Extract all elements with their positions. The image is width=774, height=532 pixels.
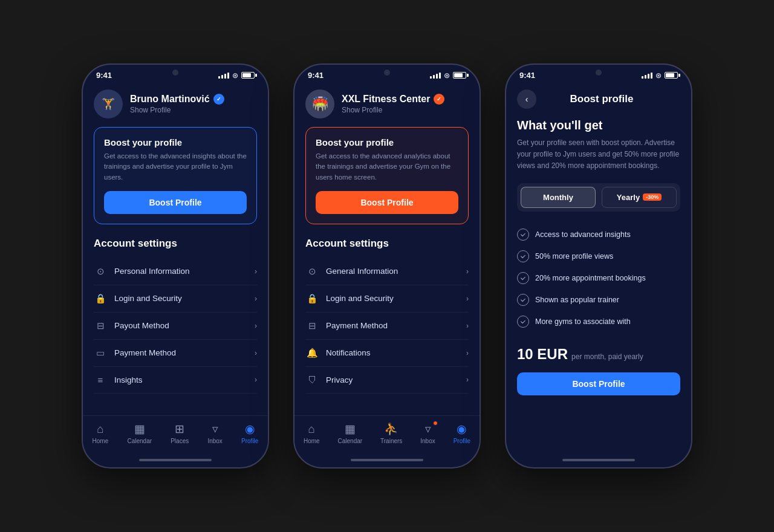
signal-bars-3 xyxy=(642,73,652,79)
discount-badge: -30% xyxy=(643,193,662,201)
boost-btn-1[interactable]: Boost Profile xyxy=(104,191,247,214)
menu-item-insights[interactable]: ≡ Insights › xyxy=(94,367,257,394)
verified-badge-2: ✓ xyxy=(434,94,444,105)
features-list: Access to advanced insights 50% more pro… xyxy=(517,224,680,332)
card-icon-2: ⊟ xyxy=(305,320,319,331)
boost-card-1: Boost your profile Get access to the adv… xyxy=(94,127,257,224)
boost-card-title-1: Boost your profile xyxy=(104,137,247,148)
nav-inbox-1[interactable]: ▿ Inbox xyxy=(207,422,222,444)
profile-icon-2: ◉ xyxy=(457,422,467,436)
inbox-icon-2: ▿ xyxy=(425,422,431,436)
shield-icon-2: ⛉ xyxy=(305,375,319,385)
check-icon-4 xyxy=(517,294,529,306)
account-settings-title-2: Account settings xyxy=(305,238,469,250)
notch-2 xyxy=(357,65,417,80)
profile-name-1: Bruno Martinović ✓ xyxy=(130,94,257,105)
profile-header-1: 🏋️ Bruno Martinović ✓ Show Profile xyxy=(94,82,257,127)
boost-btn-2[interactable]: Boost Profile xyxy=(316,191,458,214)
home-indicator-1 xyxy=(139,459,212,461)
time-1: 9:41 xyxy=(96,71,112,80)
menu-item-payout[interactable]: ⊟ Payout Method › xyxy=(94,313,257,340)
wifi-icon-2: ⊛ xyxy=(444,71,450,80)
bottom-nav-2: ⌂ Home ▦ Calendar ⛹ Trainers ▿ Inbox ◉ P… xyxy=(294,415,480,455)
wifi-icon-3: ⊛ xyxy=(655,71,662,80)
feature-item-1: Access to advanced insights xyxy=(517,224,680,245)
menu-item-security[interactable]: 🔒 Login and Security › xyxy=(94,285,257,313)
status-icons-2: ⊛ xyxy=(430,71,466,80)
inbox-icon-1: ▿ xyxy=(212,422,218,436)
feature-text-4: Shown as popular trainer xyxy=(535,296,619,304)
signal-bars-2 xyxy=(430,73,441,79)
signal-bars-1 xyxy=(218,73,229,79)
places-icon-1: ⊞ xyxy=(175,422,184,436)
nav-profile-1[interactable]: ◉ Profile xyxy=(241,422,258,444)
boost-btn-3[interactable]: Boost Profile xyxy=(517,372,680,395)
lock-icon-1: 🔒 xyxy=(94,293,107,304)
home-indicator-3 xyxy=(562,459,635,461)
menu-item-security-2[interactable]: 🔒 Login and Security › xyxy=(305,285,469,313)
check-icon-5 xyxy=(517,316,529,328)
nav-inbox-2[interactable]: ▿ Inbox xyxy=(420,422,435,444)
time-2: 9:41 xyxy=(308,71,324,80)
page-title-3: Boost profile xyxy=(542,93,661,105)
profile-name-2: XXL Fitness Center ✓ xyxy=(342,94,469,105)
menu-item-payment[interactable]: ▭ Payment Method › xyxy=(94,340,257,367)
check-icon-1 xyxy=(517,229,529,241)
phone-3: 9:41 ⊛ ‹ Boost profile What you'll get G… xyxy=(505,63,692,469)
calendar-icon-1: ▦ xyxy=(134,422,145,436)
what-title: What you'll get xyxy=(517,118,680,132)
nav-places-1[interactable]: ⊞ Places xyxy=(171,422,189,444)
feature-text-3: 20% more appointment bookings xyxy=(535,274,646,282)
feature-item-4: Shown as popular trainer xyxy=(517,289,680,311)
bell-icon-2: 🔔 xyxy=(305,348,319,358)
show-profile-1[interactable]: Show Profile xyxy=(130,106,257,114)
plan-monthly[interactable]: Monthly xyxy=(521,187,596,208)
nav-calendar-1[interactable]: ▦ Calendar xyxy=(127,422,152,444)
nav-calendar-2[interactable]: ▦ Calendar xyxy=(338,422,363,444)
home-icon-1: ⌂ xyxy=(97,423,103,436)
time-3: 9:41 xyxy=(519,71,535,80)
nav-trainers-2[interactable]: ⛹ Trainers xyxy=(380,422,402,444)
price-row: 10 EUR per month, paid yearly xyxy=(517,346,680,363)
status-icons-3: ⊛ xyxy=(642,71,678,80)
boost-card-desc-2: Get access to the advanced analytics abo… xyxy=(316,151,458,183)
price-amount: 10 EUR xyxy=(517,346,568,363)
notch-1 xyxy=(145,65,206,80)
menu-item-privacy[interactable]: ⛉ Privacy › xyxy=(305,367,469,394)
back-button[interactable]: ‹ xyxy=(517,89,536,109)
menu-item-payment-2[interactable]: ⊟ Payment Method › xyxy=(305,313,469,340)
avatar-1: 🏋️ xyxy=(94,89,123,118)
plan-selector: Monthly Yearly -30% xyxy=(517,183,680,212)
profile-icon-1: ◉ xyxy=(245,422,255,436)
insights-icon-1: ≡ xyxy=(94,375,107,385)
boost-detail-header: ‹ Boost profile xyxy=(517,82,680,118)
boost-card-title-2: Boost your profile xyxy=(316,137,458,148)
person-icon-2: ⊙ xyxy=(305,266,319,277)
feature-text-2: 50% more profile views xyxy=(535,252,613,261)
inbox-badge-2 xyxy=(433,421,438,426)
notch-3 xyxy=(568,65,629,80)
nav-home-1[interactable]: ⌂ Home xyxy=(93,423,109,444)
show-profile-2[interactable]: Show Profile xyxy=(342,106,469,114)
price-suffix: per month, paid yearly xyxy=(571,352,643,361)
menu-item-general[interactable]: ⊙ General Information › xyxy=(305,258,469,285)
boost-card-2: Boost your profile Get access to the adv… xyxy=(305,127,469,224)
check-icon-3 xyxy=(517,272,529,284)
calendar-icon-2: ▦ xyxy=(345,422,356,436)
home-icon-2: ⌂ xyxy=(308,423,315,436)
battery-2 xyxy=(453,72,466,79)
menu-item-notifications[interactable]: 🔔 Notifications › xyxy=(305,340,469,367)
card-icon-1: ▭ xyxy=(94,348,107,358)
verified-badge-1: ✓ xyxy=(213,94,224,105)
nav-profile-2[interactable]: ◉ Profile xyxy=(454,422,470,444)
plan-yearly[interactable]: Yearly -30% xyxy=(602,187,677,208)
boost-card-desc-1: Get access to the advanced insights abou… xyxy=(104,151,247,183)
nav-home-2[interactable]: ⌂ Home xyxy=(304,423,320,444)
status-icons-1: ⊛ xyxy=(218,71,255,80)
menu-item-personal[interactable]: ⊙ Personal Information › xyxy=(94,258,257,285)
avatar-2: 🏟️ xyxy=(305,89,334,118)
what-desc: Get your profile seen with boost option.… xyxy=(517,137,680,172)
feature-text-1: Access to advanced insights xyxy=(535,230,631,239)
phone-1: 9:41 ⊛ 🏋️ Bruno Martinović ✓ Show Profil… xyxy=(82,63,269,469)
phone-2: 9:41 ⊛ 🏟️ XXL Fitness Center ✓ Show Prof… xyxy=(293,63,481,469)
